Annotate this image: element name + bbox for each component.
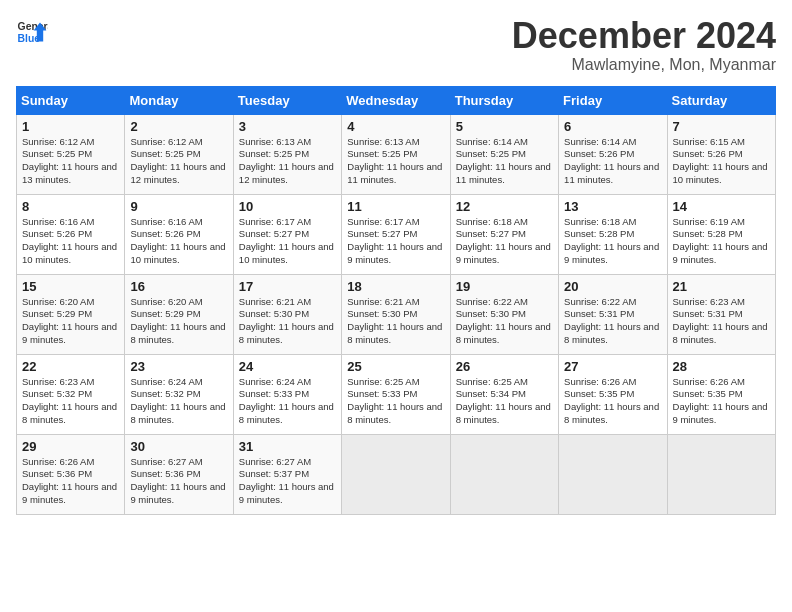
day-number: 23 [130, 359, 227, 374]
cell-info: Sunrise: 6:16 AMSunset: 5:26 PMDaylight:… [130, 216, 225, 265]
cell-info: Sunrise: 6:27 AMSunset: 5:37 PMDaylight:… [239, 456, 334, 505]
cell-info: Sunrise: 6:21 AMSunset: 5:30 PMDaylight:… [239, 296, 334, 345]
calendar-cell: 16 Sunrise: 6:20 AMSunset: 5:29 PMDaylig… [125, 274, 233, 354]
day-number: 17 [239, 279, 336, 294]
calendar-cell: 26 Sunrise: 6:25 AMSunset: 5:34 PMDaylig… [450, 354, 558, 434]
day-number: 25 [347, 359, 444, 374]
calendar-cell: 28 Sunrise: 6:26 AMSunset: 5:35 PMDaylig… [667, 354, 775, 434]
calendar-cell: 14 Sunrise: 6:19 AMSunset: 5:28 PMDaylig… [667, 194, 775, 274]
cell-info: Sunrise: 6:14 AMSunset: 5:25 PMDaylight:… [456, 136, 551, 185]
calendar-cell: 4 Sunrise: 6:13 AMSunset: 5:25 PMDayligh… [342, 114, 450, 194]
cell-info: Sunrise: 6:25 AMSunset: 5:34 PMDaylight:… [456, 376, 551, 425]
calendar-cell: 19 Sunrise: 6:22 AMSunset: 5:30 PMDaylig… [450, 274, 558, 354]
calendar-cell: 18 Sunrise: 6:21 AMSunset: 5:30 PMDaylig… [342, 274, 450, 354]
cell-info: Sunrise: 6:15 AMSunset: 5:26 PMDaylight:… [673, 136, 768, 185]
cell-info: Sunrise: 6:13 AMSunset: 5:25 PMDaylight:… [239, 136, 334, 185]
calendar-cell: 12 Sunrise: 6:18 AMSunset: 5:27 PMDaylig… [450, 194, 558, 274]
cell-info: Sunrise: 6:21 AMSunset: 5:30 PMDaylight:… [347, 296, 442, 345]
cell-info: Sunrise: 6:27 AMSunset: 5:36 PMDaylight:… [130, 456, 225, 505]
day-number: 1 [22, 119, 119, 134]
calendar-cell: 25 Sunrise: 6:25 AMSunset: 5:33 PMDaylig… [342, 354, 450, 434]
day-number: 24 [239, 359, 336, 374]
column-header-wednesday: Wednesday [342, 86, 450, 114]
calendar-cell: 10 Sunrise: 6:17 AMSunset: 5:27 PMDaylig… [233, 194, 341, 274]
calendar-week-2: 8 Sunrise: 6:16 AMSunset: 5:26 PMDayligh… [17, 194, 776, 274]
cell-info: Sunrise: 6:16 AMSunset: 5:26 PMDaylight:… [22, 216, 117, 265]
cell-info: Sunrise: 6:23 AMSunset: 5:31 PMDaylight:… [673, 296, 768, 345]
column-header-sunday: Sunday [17, 86, 125, 114]
calendar-cell: 5 Sunrise: 6:14 AMSunset: 5:25 PMDayligh… [450, 114, 558, 194]
cell-info: Sunrise: 6:22 AMSunset: 5:31 PMDaylight:… [564, 296, 659, 345]
calendar-cell: 30 Sunrise: 6:27 AMSunset: 5:36 PMDaylig… [125, 434, 233, 514]
day-number: 16 [130, 279, 227, 294]
cell-info: Sunrise: 6:25 AMSunset: 5:33 PMDaylight:… [347, 376, 442, 425]
day-number: 27 [564, 359, 661, 374]
calendar-body: 1 Sunrise: 6:12 AMSunset: 5:25 PMDayligh… [17, 114, 776, 514]
calendar-header-row: SundayMondayTuesdayWednesdayThursdayFrid… [17, 86, 776, 114]
cell-info: Sunrise: 6:17 AMSunset: 5:27 PMDaylight:… [239, 216, 334, 265]
day-number: 29 [22, 439, 119, 454]
cell-info: Sunrise: 6:22 AMSunset: 5:30 PMDaylight:… [456, 296, 551, 345]
calendar-cell: 8 Sunrise: 6:16 AMSunset: 5:26 PMDayligh… [17, 194, 125, 274]
calendar-week-4: 22 Sunrise: 6:23 AMSunset: 5:32 PMDaylig… [17, 354, 776, 434]
calendar-cell [342, 434, 450, 514]
calendar-table: SundayMondayTuesdayWednesdayThursdayFrid… [16, 86, 776, 515]
column-header-thursday: Thursday [450, 86, 558, 114]
calendar-week-5: 29 Sunrise: 6:26 AMSunset: 5:36 PMDaylig… [17, 434, 776, 514]
day-number: 9 [130, 199, 227, 214]
day-number: 4 [347, 119, 444, 134]
cell-info: Sunrise: 6:20 AMSunset: 5:29 PMDaylight:… [22, 296, 117, 345]
calendar-week-1: 1 Sunrise: 6:12 AMSunset: 5:25 PMDayligh… [17, 114, 776, 194]
day-number: 18 [347, 279, 444, 294]
title-block: December 2024 Mawlamyine, Mon, Myanmar [512, 16, 776, 74]
day-number: 31 [239, 439, 336, 454]
cell-info: Sunrise: 6:23 AMSunset: 5:32 PMDaylight:… [22, 376, 117, 425]
calendar-week-3: 15 Sunrise: 6:20 AMSunset: 5:29 PMDaylig… [17, 274, 776, 354]
column-header-tuesday: Tuesday [233, 86, 341, 114]
calendar-cell: 15 Sunrise: 6:20 AMSunset: 5:29 PMDaylig… [17, 274, 125, 354]
day-number: 8 [22, 199, 119, 214]
calendar-cell: 29 Sunrise: 6:26 AMSunset: 5:36 PMDaylig… [17, 434, 125, 514]
calendar-cell: 13 Sunrise: 6:18 AMSunset: 5:28 PMDaylig… [559, 194, 667, 274]
cell-info: Sunrise: 6:14 AMSunset: 5:26 PMDaylight:… [564, 136, 659, 185]
calendar-cell: 31 Sunrise: 6:27 AMSunset: 5:37 PMDaylig… [233, 434, 341, 514]
calendar-cell: 1 Sunrise: 6:12 AMSunset: 5:25 PMDayligh… [17, 114, 125, 194]
calendar-cell: 24 Sunrise: 6:24 AMSunset: 5:33 PMDaylig… [233, 354, 341, 434]
logo: General Blue [16, 16, 48, 48]
day-number: 22 [22, 359, 119, 374]
cell-info: Sunrise: 6:18 AMSunset: 5:28 PMDaylight:… [564, 216, 659, 265]
cell-info: Sunrise: 6:20 AMSunset: 5:29 PMDaylight:… [130, 296, 225, 345]
day-number: 28 [673, 359, 770, 374]
calendar-cell: 22 Sunrise: 6:23 AMSunset: 5:32 PMDaylig… [17, 354, 125, 434]
day-number: 7 [673, 119, 770, 134]
day-number: 30 [130, 439, 227, 454]
calendar-cell: 23 Sunrise: 6:24 AMSunset: 5:32 PMDaylig… [125, 354, 233, 434]
calendar-cell: 11 Sunrise: 6:17 AMSunset: 5:27 PMDaylig… [342, 194, 450, 274]
logo-icon: General Blue [16, 16, 48, 48]
cell-info: Sunrise: 6:26 AMSunset: 5:35 PMDaylight:… [673, 376, 768, 425]
cell-info: Sunrise: 6:19 AMSunset: 5:28 PMDaylight:… [673, 216, 768, 265]
cell-info: Sunrise: 6:13 AMSunset: 5:25 PMDaylight:… [347, 136, 442, 185]
day-number: 3 [239, 119, 336, 134]
cell-info: Sunrise: 6:17 AMSunset: 5:27 PMDaylight:… [347, 216, 442, 265]
calendar-cell [450, 434, 558, 514]
day-number: 6 [564, 119, 661, 134]
day-number: 15 [22, 279, 119, 294]
day-number: 13 [564, 199, 661, 214]
cell-info: Sunrise: 6:24 AMSunset: 5:32 PMDaylight:… [130, 376, 225, 425]
calendar-cell: 3 Sunrise: 6:13 AMSunset: 5:25 PMDayligh… [233, 114, 341, 194]
calendar-cell: 21 Sunrise: 6:23 AMSunset: 5:31 PMDaylig… [667, 274, 775, 354]
day-number: 20 [564, 279, 661, 294]
calendar-cell: 2 Sunrise: 6:12 AMSunset: 5:25 PMDayligh… [125, 114, 233, 194]
calendar-cell: 20 Sunrise: 6:22 AMSunset: 5:31 PMDaylig… [559, 274, 667, 354]
day-number: 11 [347, 199, 444, 214]
cell-info: Sunrise: 6:12 AMSunset: 5:25 PMDaylight:… [130, 136, 225, 185]
day-number: 26 [456, 359, 553, 374]
day-number: 12 [456, 199, 553, 214]
calendar-cell: 6 Sunrise: 6:14 AMSunset: 5:26 PMDayligh… [559, 114, 667, 194]
column-header-monday: Monday [125, 86, 233, 114]
calendar-cell: 27 Sunrise: 6:26 AMSunset: 5:35 PMDaylig… [559, 354, 667, 434]
calendar-cell: 17 Sunrise: 6:21 AMSunset: 5:30 PMDaylig… [233, 274, 341, 354]
cell-info: Sunrise: 6:26 AMSunset: 5:35 PMDaylight:… [564, 376, 659, 425]
day-number: 21 [673, 279, 770, 294]
